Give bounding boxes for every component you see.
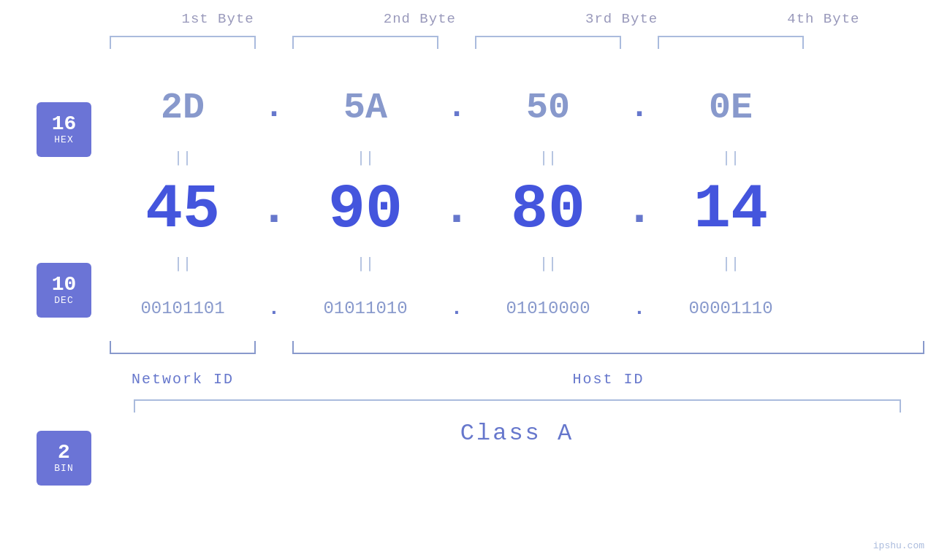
host-bracket	[292, 341, 924, 354]
hex-sep-3: .	[621, 89, 658, 126]
byte-headers-row: 1st Byte 2nd Byte 3rd Byte 4th Byte	[102, 0, 939, 27]
top-bracket-4	[658, 36, 804, 49]
hex-badge: 16 HEX	[37, 102, 91, 157]
dec-badge: 10 DEC	[37, 263, 91, 318]
hex-row: 2D . 5A . 50 . 0E	[95, 71, 939, 144]
inner-content: 1st Byte 2nd Byte 3rd Byte 4th Byte 2D .…	[95, 0, 939, 560]
network-id-label: Network ID	[110, 367, 256, 392]
eq-2-3: ||	[475, 254, 621, 272]
dec-sep-1: .	[256, 183, 292, 237]
bin-sep-1: .	[256, 297, 292, 320]
host-id-label: Host ID	[292, 367, 924, 392]
eq-1-1: ||	[110, 148, 256, 166]
top-bracket-row	[95, 27, 939, 49]
hex-cell-1: 2D	[110, 87, 256, 129]
bin-sep-2: .	[438, 297, 475, 320]
bin-row: 00101101 . 01011010 . 01010000 . 0000111…	[95, 275, 939, 341]
top-bracket-1	[110, 36, 256, 49]
byte-header-1: 1st Byte	[137, 11, 298, 27]
bin-cell-3: 01010000	[475, 299, 621, 318]
class-bracket	[134, 399, 901, 413]
base-badges-column: 16 HEX 10 DEC 2 BIN	[37, 102, 91, 529]
bin-sep-3: .	[621, 297, 658, 320]
byte-header-2: 2nd Byte	[339, 11, 500, 27]
id-row-spacer	[256, 367, 292, 392]
eq-2-2: ||	[292, 254, 438, 272]
top-bracket-2	[292, 36, 438, 49]
dec-cell-4: 14	[658, 174, 804, 245]
top-bracket-3	[475, 36, 621, 49]
dec-cell-2: 90	[292, 174, 438, 245]
eq-row-dec-bin: || || || ||	[95, 250, 939, 275]
byte-header-3: 3rd Byte	[541, 11, 702, 27]
dec-base-num: 10	[52, 275, 77, 295]
eq-1-2: ||	[292, 148, 438, 166]
byte-header-4: 4th Byte	[743, 11, 904, 27]
bin-base-label: BIN	[54, 463, 73, 474]
dec-cell-1: 45	[110, 174, 256, 245]
page-layout: 16 HEX 10 DEC 2 BIN 1st Byte 2nd Byte 3r…	[0, 0, 939, 560]
eq-2-1: ||	[110, 254, 256, 272]
dec-cell-3: 80	[475, 174, 621, 245]
eq-1-3: ||	[475, 148, 621, 166]
eq-row-hex-dec: || || || ||	[95, 144, 939, 169]
id-labels-row: Network ID Host ID	[95, 363, 939, 396]
bottom-bracket-row	[95, 341, 939, 363]
class-label: Class A	[460, 420, 574, 447]
dec-row: 45 . 90 . 80 . 14	[95, 169, 939, 250]
hex-cell-2: 5A	[292, 87, 438, 129]
bin-base-num: 2	[58, 442, 70, 463]
bin-badge: 2 BIN	[37, 431, 91, 486]
dec-base-label: DEC	[54, 295, 73, 306]
eq-2-4: ||	[658, 254, 804, 272]
network-bracket	[110, 341, 256, 354]
hex-sep-2: .	[438, 89, 475, 126]
bin-cell-2: 01011010	[292, 299, 438, 318]
hex-cell-4: 0E	[658, 87, 804, 129]
dec-sep-3: .	[621, 183, 658, 237]
hex-base-label: HEX	[54, 134, 73, 145]
watermark: ipshu.com	[873, 540, 924, 551]
class-section: Class A	[95, 399, 939, 447]
bin-cell-1: 00101101	[110, 299, 256, 318]
eq-1-4: ||	[658, 148, 804, 166]
hex-sep-1: .	[256, 89, 292, 126]
bin-cell-4: 00001110	[658, 299, 804, 318]
hex-cell-3: 50	[475, 87, 621, 129]
hex-base-num: 16	[52, 114, 77, 134]
dec-sep-2: .	[438, 183, 475, 237]
